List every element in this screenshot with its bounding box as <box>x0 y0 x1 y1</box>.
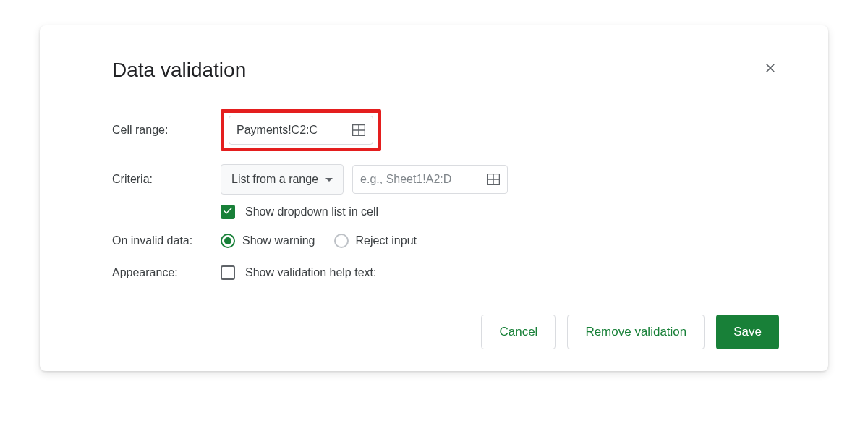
checkmark-icon <box>222 205 234 219</box>
help-text-label: Show validation help text: <box>245 266 376 279</box>
save-button[interactable]: Save <box>716 315 779 349</box>
cancel-button[interactable]: Cancel <box>481 315 556 349</box>
criteria-range-placeholder: e.g., Sheet1!A2:D <box>360 173 451 186</box>
reject-input-radio <box>334 234 349 248</box>
grid-select-icon[interactable] <box>487 174 500 185</box>
show-dropdown-row: Show dropdown list in cell <box>75 205 793 219</box>
show-warning-radio-item[interactable]: Show warning <box>221 234 315 248</box>
appearance-label: Appearance: <box>112 266 221 279</box>
invalid-data-radio-group: Show warning Reject input <box>221 234 417 248</box>
close-icon <box>763 61 778 80</box>
cell-range-highlight: Payments!C2:C <box>221 109 381 151</box>
data-validation-dialog: Data validation Cell range: Payments!C2:… <box>40 25 828 371</box>
reject-input-label: Reject input <box>356 234 417 247</box>
criteria-dropdown[interactable]: List from a range <box>221 164 344 195</box>
show-warning-label: Show warning <box>242 234 315 247</box>
criteria-range-input[interactable]: e.g., Sheet1!A2:D <box>352 165 508 194</box>
show-dropdown-label: Show dropdown list in cell <box>245 205 378 218</box>
grid-select-icon[interactable] <box>352 124 365 136</box>
cell-range-value: Payments!C2:C <box>237 124 318 137</box>
criteria-dropdown-value: List from a range <box>231 173 318 186</box>
help-text-checkbox[interactable] <box>221 265 235 280</box>
show-warning-radio <box>221 234 235 248</box>
invalid-data-label: On invalid data: <box>112 234 221 247</box>
cell-range-input[interactable]: Payments!C2:C <box>229 116 373 145</box>
criteria-row: Criteria: List from a range e.g., Sheet1… <box>75 164 793 195</box>
cell-range-row: Cell range: Payments!C2:C <box>75 109 793 151</box>
invalid-data-row: On invalid data: Show warning Reject inp… <box>75 234 793 248</box>
cell-range-label: Cell range: <box>112 124 221 137</box>
criteria-label: Criteria: <box>112 173 221 186</box>
dialog-buttons: Cancel Remove validation Save <box>75 315 793 349</box>
show-dropdown-checkbox[interactable] <box>221 205 235 219</box>
chevron-down-icon <box>326 178 333 182</box>
dialog-title: Data validation <box>112 59 246 82</box>
reject-input-radio-item[interactable]: Reject input <box>334 234 417 248</box>
remove-validation-button[interactable]: Remove validation <box>567 315 705 349</box>
close-button[interactable] <box>762 61 779 79</box>
dialog-header: Data validation <box>75 43 793 82</box>
appearance-row: Appearance: Show validation help text: <box>75 265 793 280</box>
